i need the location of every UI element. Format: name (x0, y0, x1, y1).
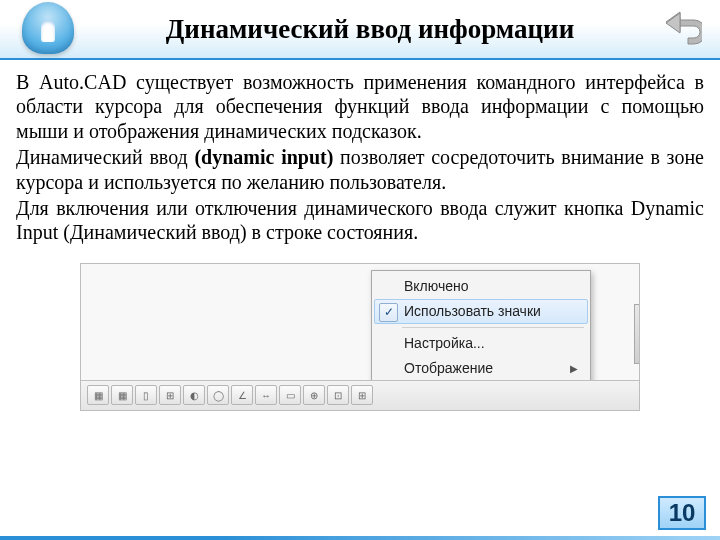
app-logo-icon (22, 2, 74, 54)
paragraph-1: В Auto.CAD существует возможность примен… (16, 70, 704, 143)
statusbar-button[interactable]: ◯ (207, 385, 229, 405)
slide-header: Динамический ввод информации (0, 0, 720, 60)
statusbar-button[interactable]: ⊞ (159, 385, 181, 405)
statusbar-button[interactable]: ⊞ (351, 385, 373, 405)
menu-label: Использовать значки (404, 303, 541, 319)
check-icon: ✓ (379, 303, 398, 322)
menu-separator (402, 327, 584, 328)
footer-accent (0, 536, 720, 540)
submenu-arrow-icon: ▶ (570, 363, 578, 374)
statusbar-button[interactable]: ⊕ (303, 385, 325, 405)
statusbar-button[interactable]: ⊡ (327, 385, 349, 405)
menu-label: Отображение (404, 360, 493, 376)
embedded-screenshot: Включено ✓ Использовать значки Настройка… (80, 263, 640, 411)
slide-title: Динамический ввод информации (90, 14, 720, 45)
body-text: В Auto.CAD существует возможность примен… (0, 60, 720, 255)
statusbar-button[interactable]: ↔ (255, 385, 277, 405)
paragraph-3: Для включения или отключения динамическо… (16, 196, 704, 245)
menu-item-settings[interactable]: Настройка... (374, 331, 588, 356)
statusbar-button[interactable]: ▦ (111, 385, 133, 405)
back-icon[interactable] (658, 10, 702, 50)
menu-item-display[interactable]: Отображение ▶ (374, 356, 588, 381)
menu-label: Настройка... (404, 335, 485, 351)
statusbar-button[interactable]: ◐ (183, 385, 205, 405)
page-number: 10 (658, 496, 706, 530)
menu-item-use-icons[interactable]: ✓ Использовать значки (374, 299, 588, 324)
statusbar-button[interactable]: ▦ (87, 385, 109, 405)
menu-item-enabled[interactable]: Включено (374, 274, 588, 299)
paragraph-2: Динамический ввод (dynamic input) позвол… (16, 145, 704, 194)
statusbar-button[interactable]: ∠ (231, 385, 253, 405)
statusbar-button[interactable]: ▭ (279, 385, 301, 405)
context-menu: Включено ✓ Использовать значки Настройка… (371, 270, 591, 385)
status-bar: ▦ ▦ ▯ ⊞ ◐ ◯ ∠ ↔ ▭ ⊕ ⊡ ⊞ (81, 380, 639, 410)
menu-label: Включено (404, 278, 469, 294)
statusbar-button[interactable]: ▯ (135, 385, 157, 405)
panel-handle-icon (634, 304, 640, 364)
